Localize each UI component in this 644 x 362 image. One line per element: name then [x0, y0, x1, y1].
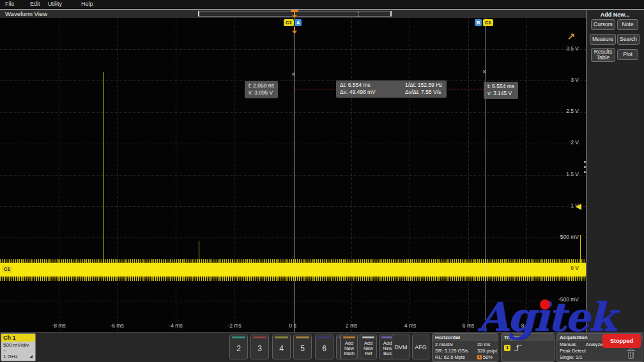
- noise-spike: [580, 235, 581, 263]
- cursor-b-line[interactable]: [486, 18, 486, 332]
- trace-badge[interactable]: C1: [2, 266, 12, 273]
- rising-edge-icon: [514, 343, 523, 352]
- x-axis-label: -2 ms: [227, 322, 241, 329]
- trigger-position-icon: T: [477, 355, 482, 359]
- x-axis-label: 6 ms: [463, 322, 474, 329]
- waveform-display[interactable]: × × C1 A B C1 t: 2.059 ns v: 3.095 V Δt:…: [0, 18, 586, 332]
- noise-spike: [103, 72, 104, 263]
- cursor-b-badge[interactable]: B: [475, 19, 482, 26]
- cursor-a-channel-badge[interactable]: C1: [284, 19, 294, 26]
- channel-1-scale: 500 mV/div: [3, 342, 33, 349]
- trash-icon[interactable]: [626, 349, 636, 360]
- channel-1-badge[interactable]: Ch 1 500 mV/div ~ 1 GHz: [1, 333, 36, 361]
- cursor-delta-readout: Δt: 6.554 ms 1/Δt: 152.59 Hz Δv: 49.498 …: [336, 80, 447, 98]
- add-new-math-button[interactable]: Add New Math: [341, 335, 358, 359]
- y-axis-label: 2 V: [571, 139, 579, 146]
- channel-2-button[interactable]: 2: [229, 335, 248, 359]
- menu-item-edit[interactable]: Edit: [30, 1, 40, 7]
- x-axis-label: -6 ms: [110, 322, 123, 329]
- grid-line: [0, 206, 586, 207]
- acquisition-info-right: Analyze: [586, 342, 603, 348]
- cursor-a-time: t: 2.059 ns: [249, 82, 274, 89]
- waveform-trace-noise-bottom: [0, 276, 586, 281]
- horizontal-badge[interactable]: Horizontal 2 ms/div 20 ms SR: 3.125 GS/s…: [432, 333, 498, 362]
- horizontal-window: 20 ms: [477, 342, 498, 348]
- channel-5-button[interactable]: 5: [293, 335, 312, 359]
- channel-1-title: Ch 1: [1, 334, 35, 342]
- grid-line: [351, 18, 352, 332]
- acquisition-info-left: Manual,: [560, 342, 577, 348]
- menu-item-file[interactable]: File: [5, 1, 15, 7]
- cursor-b-handle-icon[interactable]: ×: [482, 68, 486, 75]
- channel-6-button[interactable]: 6: [315, 335, 334, 359]
- grid-line: [468, 18, 469, 332]
- cursor-a-line[interactable]: [295, 18, 295, 332]
- ruler-tick: [358, 11, 359, 17]
- y-axis-label: 3.5 V: [566, 45, 579, 52]
- trigger-level-arrow[interactable]: [576, 204, 581, 210]
- channel-3-button[interactable]: 3: [250, 335, 269, 359]
- record-length: RL: 62.5 Mpts: [435, 354, 477, 361]
- cursor-a-badge[interactable]: A: [295, 19, 302, 26]
- add-new-title: Add New...: [586, 11, 644, 18]
- y-axis-zero-label: 0 V: [571, 265, 579, 271]
- delta-voltage: Δv: 49.498 mV: [340, 89, 399, 96]
- horizontal-position: T50%: [477, 354, 498, 361]
- tab-bar: Waveform View: [0, 9, 586, 18]
- grid-line: [410, 18, 410, 332]
- add-new-ref-button[interactable]: Add New Ref: [360, 335, 377, 359]
- add-new-panel: Add New... Cursors Note Measure Search R…: [586, 9, 644, 332]
- y-axis-label: 2.5 V: [566, 108, 579, 114]
- y-axis-label: 3 V: [571, 77, 579, 83]
- coupling-icon: ~: [3, 349, 33, 354]
- x-axis-label: 2 ms: [346, 322, 357, 329]
- tab-waveform-view[interactable]: Waveform View: [5, 10, 47, 17]
- channel-1-bandwidth: 1 GHz: [3, 354, 18, 360]
- cursor-a-readout: t: 2.059 ns v: 3.095 V: [245, 81, 278, 98]
- trigger-title: Trigger: [502, 334, 554, 341]
- panel-divider: [586, 9, 586, 332]
- cursors-button[interactable]: Cursors: [591, 19, 615, 30]
- cursor-a-voltage: v: 3.095 V: [249, 89, 274, 96]
- grid-line: [0, 238, 586, 238]
- pointer-arrow-icon: ↗: [567, 31, 576, 42]
- cursor-a-handle-icon[interactable]: ×: [291, 71, 295, 78]
- horizontal-scale: 2 ms/div: [435, 342, 477, 348]
- x-axis-label: -8 ms: [52, 322, 65, 329]
- cursor-b-time: t: 6.554 ms: [487, 83, 514, 90]
- afg-button[interactable]: AFG: [412, 335, 429, 359]
- x-axis-label: 0 s: [289, 322, 296, 329]
- menu-item-help[interactable]: Help: [81, 1, 93, 7]
- search-button[interactable]: Search: [617, 34, 640, 45]
- plot-button[interactable]: Plot: [617, 49, 638, 60]
- x-axis-label: 8 ms: [521, 322, 533, 329]
- bottom-bar: Ch 1 500 mV/div ~ 1 GHz 2 3 4 5 6 7: [0, 332, 644, 362]
- y-axis-label: -500 mV: [558, 296, 579, 303]
- waveform-trace: [0, 263, 586, 276]
- cursor-b-readout: t: 6.554 ms v: 3.145 V: [484, 82, 518, 99]
- sample-rate: SR: 3.125 GS/s: [435, 348, 477, 354]
- delta-time: Δt: 6.554 ms: [340, 82, 399, 89]
- measure-button[interactable]: Measure: [590, 34, 616, 45]
- y-axis-label: 500 mV: [560, 234, 579, 240]
- cursor-b-channel-badge[interactable]: C1: [483, 19, 493, 26]
- note-button[interactable]: Note: [617, 19, 638, 30]
- cursor-b-voltage: v: 3.145 V: [487, 90, 514, 97]
- menu-item-utility[interactable]: Utility: [48, 1, 62, 7]
- trigger-source-badge: 1: [504, 345, 510, 351]
- delta-slope: Δv/Δt: 7.55 V/s: [405, 89, 443, 96]
- grid-line: [0, 175, 586, 176]
- trigger-badge[interactable]: Trigger 1: [501, 333, 555, 362]
- trigger-marker-arrow-icon: [292, 31, 297, 34]
- dvm-button[interactable]: DVM: [392, 335, 410, 359]
- noise-spike: [199, 241, 199, 263]
- channel-4-button[interactable]: 4: [272, 335, 291, 359]
- results-table-button[interactable]: Results Table: [591, 48, 615, 62]
- grid-line: [526, 18, 527, 332]
- horizontal-title: Horizontal: [433, 334, 498, 341]
- run-stop-status-button[interactable]: Stopped: [602, 334, 641, 348]
- grid-line: [0, 301, 586, 301]
- y-axis-label: 1.5 V: [566, 171, 579, 177]
- bandwidth-icon: [29, 355, 33, 358]
- panel-drag-handle[interactable]: [584, 161, 586, 173]
